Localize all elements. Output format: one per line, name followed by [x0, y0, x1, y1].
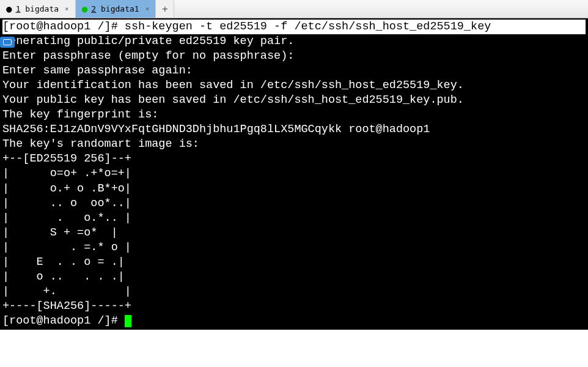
terminal-line: | S + =o* |	[2, 226, 118, 239]
terminal-line: Enter same passphrase again:	[2, 64, 193, 77]
terminal-line: | . =.* o |	[2, 241, 131, 254]
terminal-line: | .. o oo*..|	[2, 197, 131, 210]
terminal-line: The key's randomart image is:	[2, 138, 199, 150]
tab-label: 2 bigdata1	[91, 4, 139, 13]
terminal-line: | . o.*.. |	[2, 212, 131, 224]
app-badge-icon	[0, 37, 15, 48]
terminal-prompt: [root@hadoop1 /]#	[2, 314, 125, 327]
terminal-line: | o=o+ .+*o=+|	[2, 167, 131, 180]
terminal-line: Generating public/private ed25519 key pa…	[2, 35, 294, 48]
tab-bigdata1[interactable]: ● 2 bigdata1 ×	[76, 0, 156, 18]
terminal-line: Enter passphrase (empty for no passphras…	[2, 50, 294, 62]
terminal-line: | o .. . . .|	[2, 270, 125, 283]
new-tab-button[interactable]: +	[156, 0, 174, 18]
close-icon[interactable]: ×	[65, 5, 69, 13]
terminal-line: +--[ED25519 256]--+	[2, 152, 131, 165]
terminal-line: Your identification has been saved in /e…	[2, 79, 464, 92]
tab-label: 1 bigdata	[16, 4, 59, 13]
plus-icon: +	[162, 3, 168, 15]
terminal-line: | E . . o = .|	[2, 256, 125, 269]
terminal-line: Your public key has been saved in /etc/s…	[2, 94, 464, 106]
cursor-icon	[125, 315, 131, 327]
terminal-line: | o.+ o .B*+o|	[2, 182, 131, 195]
status-dot-icon: ●	[82, 4, 88, 14]
status-dot-icon: ●	[6, 4, 12, 14]
terminal-output[interactable]: [root@hadoop1 /]# ssh-keygen -t ed25519 …	[0, 18, 588, 330]
terminal-line: The key fingerprint is:	[2, 108, 158, 121]
tab-bar: ● 1 bigdata × ● 2 bigdata1 × +	[0, 0, 588, 18]
tab-bigdata[interactable]: ● 1 bigdata ×	[0, 0, 76, 18]
terminal-line: | +. |	[2, 285, 131, 298]
terminal-line: SHA256:EJ1zADnV9VYxFqtGHDND3Dhjbhu1Pgq8l…	[2, 123, 430, 136]
terminal-line: +----[SHA256]-----+	[2, 300, 131, 313]
close-icon[interactable]: ×	[145, 5, 150, 13]
command-line-highlighted: [root@hadoop1 /]# ssh-keygen -t ed25519 …	[2, 20, 586, 34]
